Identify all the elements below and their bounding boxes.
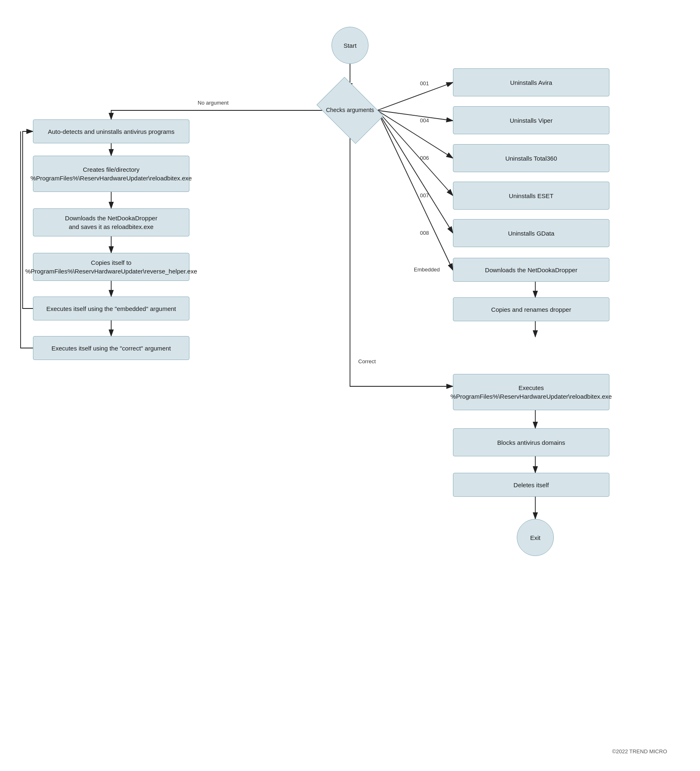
copies-renames-label: Copies and renames dropper [491,305,571,314]
downloads-netdooka-label: Downloads the NetDookaDropper and saves … [65,214,157,231]
deletes-itself-label: Deletes itself [513,481,549,489]
uninstalls-eset-node: Uninstalls ESET [453,182,609,210]
label-008: 008 [420,230,429,236]
executes-embedded-node: Executes itself using the "embedded" arg… [33,297,189,320]
creates-file-node: Creates file/directory %ProgramFiles%\Re… [33,156,189,192]
downloads-netdooka2-label: Downloads the NetDookaDropper [485,266,577,274]
uninstalls-gdata-node: Uninstalls GData [453,219,609,247]
label-correct: Correct [358,358,376,364]
executes-reloadbitex-node: Executes %ProgramFiles%\ReservHardwareUp… [453,374,609,410]
uninstalls-total360-node: Uninstalls Total360 [453,144,609,172]
start-label: Start [343,41,357,50]
start-node: Start [331,27,369,64]
uninstalls-total360-label: Uninstalls Total360 [505,154,557,163]
svg-line-22 [377,82,453,110]
executes-embedded-label: Executes itself using the "embedded" arg… [47,304,176,313]
auto-detects-node: Auto-detects and uninstalls antivirus pr… [33,119,189,143]
uninstalls-avira-node: Uninstalls Avira [453,68,609,96]
uninstalls-eset-label: Uninstalls ESET [509,192,553,200]
blocks-antivirus-label: Blocks antivirus domains [497,438,565,447]
checks-arguments-label: Checks arguments [326,106,374,114]
main-diagram: Start Checks arguments No argument Auto-… [0,0,700,771]
label-006: 006 [420,155,429,161]
label-004: 004 [420,117,429,124]
label-001: 001 [420,80,429,86]
svg-line-23 [377,110,453,121]
executes-reloadbitex-label: Executes %ProgramFiles%\ReservHardwareUp… [450,383,612,401]
exit-label: Exit [530,533,540,542]
auto-detects-label: Auto-detects and uninstalls antivirus pr… [48,127,175,136]
uninstalls-viper-label: Uninstalls Viper [510,116,553,125]
copies-itself-label: Copies itself to %ProgramFiles%\ReservHa… [25,258,197,276]
uninstalls-viper-node: Uninstalls Viper [453,106,609,134]
svg-line-26 [377,110,453,233]
svg-line-24 [377,110,453,158]
label-007: 007 [420,192,429,199]
no-argument-label: No argument [198,100,229,106]
copies-renames-node: Copies and renames dropper [453,297,609,321]
svg-line-25 [377,110,453,196]
executes-correct-node: Executes itself using the "correct" argu… [33,336,189,360]
creates-file-label: Creates file/directory %ProgramFiles%\Re… [30,165,192,182]
blocks-antivirus-node: Blocks antivirus domains [453,428,609,456]
copies-itself-node: Copies itself to %ProgramFiles%\ReservHa… [33,253,189,281]
svg-line-27 [377,110,453,270]
deletes-itself-node: Deletes itself [453,473,609,497]
downloads-netdooka2-node: Downloads the NetDookaDropper [453,258,609,282]
uninstalls-avira-label: Uninstalls Avira [510,78,552,87]
executes-correct-label: Executes itself using the "correct" argu… [51,344,171,353]
uninstalls-gdata-label: Uninstalls GData [508,229,555,238]
label-embedded: Embedded [414,266,440,273]
checks-arguments-label-container: Checks arguments [322,91,378,130]
copyright-text: ©2022 TREND MICRO [612,748,667,755]
exit-node: Exit [517,519,554,556]
downloads-netdooka-node: Downloads the NetDookaDropper and saves … [33,208,189,236]
